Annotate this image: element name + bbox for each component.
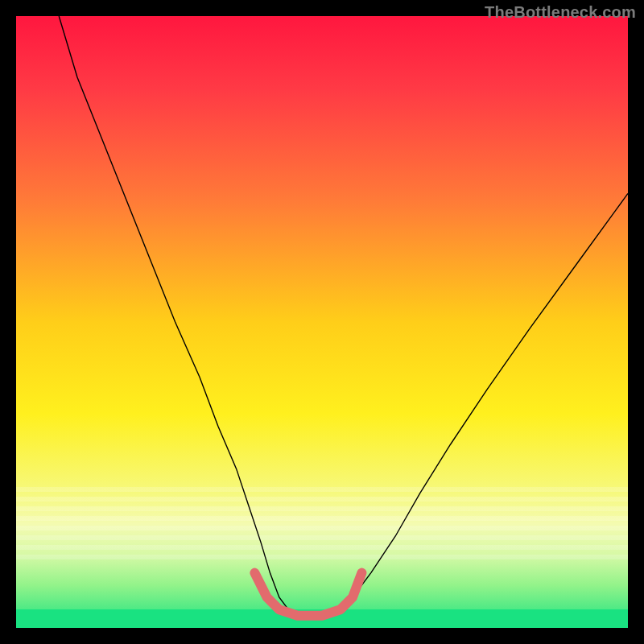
chart-stage: TheBottleneck.com <box>0 0 644 644</box>
curve-layer <box>16 16 628 628</box>
plot-area <box>16 16 628 628</box>
bottleneck-curve <box>59 16 628 616</box>
flat-min-marker <box>254 573 361 616</box>
watermark-text: TheBottleneck.com <box>485 3 636 22</box>
